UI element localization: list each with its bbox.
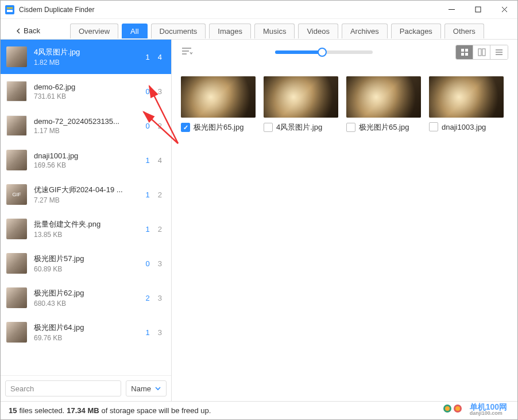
item-name: demo-72_20240523135... [34,117,146,126]
view-columns-button[interactable] [473,45,490,59]
main-area: 4风景图片.jpg 1.82 MB 1 4 demo-62.jpg 731.61… [1,40,517,401]
tab-others[interactable]: Others [444,24,484,38]
grid-checkbox[interactable] [346,123,355,132]
back-button[interactable]: Back [10,23,46,38]
tab-videos[interactable]: Videos [298,24,338,38]
view-grid-button[interactable] [456,45,473,59]
item-name: demo-62.jpg [34,83,146,91]
sort-label: Name [131,384,151,393]
grid-checkbox[interactable] [181,123,190,132]
grid-checkbox[interactable] [429,122,438,131]
svg-rect-2 [7,10,13,12]
total-count: 3 [158,259,162,268]
grid-label: 极光图片65.jpg [346,122,421,133]
tab-documents[interactable]: Documents [151,24,206,38]
thumbnail [6,81,27,102]
list-item[interactable]: GIF 优速GIF大师2024-04-19 ... 7.27 MB 1 2 [1,177,171,212]
grid-item[interactable]: 极光图片65.jpg [181,76,256,133]
svg-rect-14 [478,49,481,56]
zoom-slider[interactable] [275,50,373,54]
grid-checkbox[interactable] [264,123,273,132]
slider-handle[interactable] [318,48,327,57]
chevron-down-icon [154,385,161,392]
list-item[interactable]: dnaji1001.jpg 169.56 KB 1 4 [1,143,171,177]
item-info: 极光图片62.jpg 680.43 KB [34,288,146,308]
item-counts: 0 3 [146,87,162,96]
grid-filename: 极光图片65.jpg [359,122,409,133]
minimize-button[interactable] [438,1,465,19]
total-count: 4 [158,53,162,61]
tab-all[interactable]: All [122,24,147,38]
selected-count: 1 [146,190,150,199]
list-item[interactable]: 极光图片62.jpg 680.43 KB 2 3 [1,281,171,315]
svg-rect-10 [461,49,464,52]
item-info: dnaji1001.jpg 169.56 KB [34,151,146,169]
maximize-button[interactable] [465,1,491,19]
selected-count: 0 [146,122,150,130]
grid-item[interactable]: 4风景图片.jpg [264,76,338,133]
svg-rect-1 [7,7,13,9]
total-count: 2 [158,122,162,130]
list-item[interactable]: demo-72_20240523135... 1.17 MB 0 2 [1,108,171,143]
item-counts: 2 3 [146,294,162,302]
item-counts: 1 3 [146,328,162,337]
item-counts: 1 4 [146,156,162,165]
item-info: 优速GIF大师2024-04-19 ... 7.27 MB [34,185,146,204]
item-counts: 0 2 [146,122,162,130]
selected-count: 0 [146,87,150,96]
list-item[interactable]: 批量创建文件夹.png 13.85 KB 1 2 [1,212,171,246]
close-button[interactable] [491,1,517,19]
item-info: 批量创建文件夹.png 13.85 KB [34,219,146,239]
item-name: 极光图片62.jpg [34,288,146,298]
item-counts: 0 3 [146,259,162,268]
list-item[interactable]: 4风景图片.jpg 1.82 MB 1 4 [1,40,171,74]
total-count: 2 [158,225,162,234]
thumbnail-grid: 极光图片65.jpg 4风景图片.jpg 极光图片65.jpg dnaji100… [172,65,517,401]
grid-label: 4风景图片.jpg [264,122,338,133]
total-count: 4 [158,156,162,165]
content-panel: 极光图片65.jpg 4风景图片.jpg 极光图片65.jpg dnaji100… [172,40,517,401]
thumbnail [6,253,27,274]
item-name: 极光图片57.jpg [34,254,146,264]
svg-rect-13 [465,53,468,56]
grid-item[interactable]: dnaji1003.jpg [429,76,504,133]
item-size: 1.82 MB [34,59,146,67]
item-size: 13.85 KB [34,231,146,239]
tab-images[interactable]: Images [209,24,251,38]
thumbnail [6,115,27,136]
tab-overview[interactable]: Overview [70,24,118,38]
search-input[interactable]: Search [5,380,121,396]
search-placeholder: Search [10,384,34,393]
total-count: 3 [158,87,162,96]
selected-count: 1 [146,328,150,337]
grid-label: 极光图片65.jpg [181,122,256,133]
selected-count: 2 [146,294,150,302]
grid-item[interactable]: 极光图片65.jpg [346,76,421,133]
list-item[interactable]: 极光图片64.jpg 69.76 KB 1 3 [1,315,171,349]
tab-archives[interactable]: Archives [342,24,388,38]
grid-label: dnaji1003.jpg [429,122,504,131]
back-label: Back [24,26,40,35]
thumbnail [6,219,27,239]
thumbnail: GIF [6,184,27,205]
grid-thumbnail [181,76,256,118]
tab-packages[interactable]: Packages [391,24,441,38]
item-size: 169.56 KB [34,161,146,169]
sort-icon[interactable] [181,46,192,58]
search-row: Search Name [1,375,171,401]
thumbnail [6,150,27,170]
watermark-text: 单机100网 [470,403,507,411]
chevron-left-icon [16,28,21,34]
duplicate-list[interactable]: 4风景图片.jpg 1.82 MB 1 4 demo-62.jpg 731.61… [1,40,171,375]
list-item[interactable]: 极光图片57.jpg 60.89 KB 0 3 [1,246,171,281]
sort-button[interactable]: Name [126,380,167,396]
item-size: 60.89 KB [34,265,146,273]
thumbnail [6,46,27,67]
list-item[interactable]: demo-62.jpg 731.61 KB 0 3 [1,74,171,108]
grid-thumbnail [264,76,338,118]
tab-musics[interactable]: Musics [254,24,295,38]
item-counts: 1 2 [146,225,162,234]
view-list-button[interactable] [490,45,508,59]
svg-rect-11 [465,49,468,52]
app-title: Cisdem Duplicate Finder [19,6,438,14]
